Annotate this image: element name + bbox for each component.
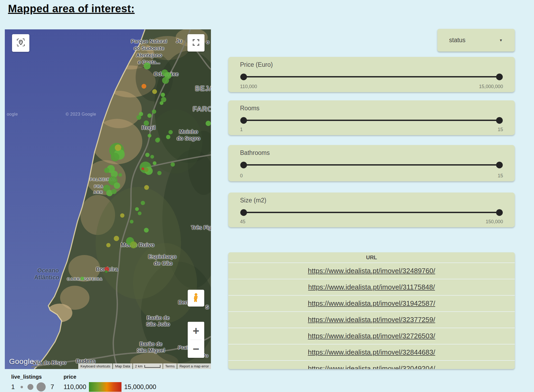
listing-marker[interactable] xyxy=(145,153,150,157)
rooms-slider-track[interactable] xyxy=(244,120,500,121)
listing-link[interactable]: https://www.idealista.pt/imovel/32377259… xyxy=(308,316,435,324)
size-slider-max-handle[interactable] xyxy=(496,209,503,216)
size-slider-label: Size (m2) xyxy=(240,197,266,204)
price-slider-min-handle[interactable] xyxy=(240,73,247,80)
rooms-max-value: 15 xyxy=(498,127,503,132)
listing-marker[interactable] xyxy=(135,207,139,211)
listing-marker[interactable] xyxy=(152,109,156,114)
price-min-value: 110,000 xyxy=(240,84,257,89)
listing-marker[interactable] xyxy=(206,121,211,126)
size-legend-min: 1 xyxy=(11,383,15,391)
listing-marker[interactable] xyxy=(161,93,165,97)
bathrooms-slider-max-handle[interactable] xyxy=(496,162,503,168)
listing-marker[interactable] xyxy=(152,89,157,94)
listing-markers-layer xyxy=(5,29,211,369)
url-table-header: URL xyxy=(228,252,515,262)
url-table-row: https://www.idealista.pt/imovel/32377259… xyxy=(228,311,515,328)
listing-marker[interactable] xyxy=(160,101,163,105)
size-legend-max: 7 xyxy=(50,383,54,391)
scale-bar: 2 km xyxy=(133,363,163,369)
listing-marker[interactable] xyxy=(111,189,117,194)
listing-marker[interactable] xyxy=(142,84,146,89)
listing-marker[interactable] xyxy=(114,182,120,189)
map-footer: Keyboard shortcutsMap Data2 kmTermsRepor… xyxy=(78,363,211,369)
listing-marker[interactable] xyxy=(147,113,152,118)
listing-marker[interactable] xyxy=(144,168,148,172)
scale-bracket xyxy=(144,365,160,368)
size-legend-title: live_listings xyxy=(11,374,42,380)
listing-marker[interactable] xyxy=(138,211,142,215)
url-table-row: https://www.idealista.pt/imovel/31175848… xyxy=(228,279,515,295)
listing-marker[interactable] xyxy=(106,243,111,247)
size-legend-dot-small xyxy=(21,386,23,388)
listing-marker[interactable] xyxy=(120,213,124,218)
keyboard-shortcuts-button[interactable]: Keyboard shortcuts xyxy=(78,363,112,369)
listing-link[interactable]: https://www.idealista.pt/imovel/32049204… xyxy=(308,364,435,369)
url-table-row: https://www.idealista.pt/imovel/31942587… xyxy=(228,295,515,311)
status-dropdown[interactable]: status ▾ xyxy=(437,29,515,52)
listing-marker[interactable] xyxy=(153,161,156,165)
map-data-label[interactable]: Map Data xyxy=(113,363,132,369)
price-legend-title: price xyxy=(64,374,76,380)
size-slider-min-handle[interactable] xyxy=(240,209,247,216)
listing-marker[interactable] xyxy=(111,153,119,161)
google-logo[interactable]: Google xyxy=(9,357,34,366)
price-gradient-bar xyxy=(89,382,121,392)
report-map-error-link[interactable]: Report a map error xyxy=(177,363,211,369)
url-table-row: https://www.idealista.pt/imovel/32489760… xyxy=(228,262,515,279)
focus-area-button[interactable] xyxy=(12,34,29,52)
listing-link[interactable]: https://www.idealista.pt/imovel/31175848… xyxy=(308,283,435,291)
listing-marker[interactable] xyxy=(105,270,108,273)
dashboard: Mapped area of interest: xyxy=(0,0,534,392)
listing-marker[interactable] xyxy=(136,115,141,120)
listing-marker[interactable] xyxy=(144,62,151,69)
status-dropdown-label: status xyxy=(449,37,500,44)
fullscreen-icon xyxy=(191,38,201,48)
bathrooms-min-value: 0 xyxy=(240,173,243,179)
listing-marker[interactable] xyxy=(144,120,149,126)
listing-marker[interactable] xyxy=(168,130,173,134)
listing-marker[interactable] xyxy=(155,138,160,143)
listing-marker[interactable] xyxy=(171,162,175,167)
rooms-slider-min-handle[interactable] xyxy=(240,117,247,124)
listing-marker[interactable] xyxy=(141,201,145,205)
size-slider-track[interactable] xyxy=(244,212,500,213)
price-slider-max-handle[interactable] xyxy=(496,73,503,80)
bathrooms-slider-track[interactable] xyxy=(244,164,500,166)
listing-link[interactable]: https://www.idealista.pt/imovel/32726503… xyxy=(308,332,435,340)
listing-marker[interactable] xyxy=(148,134,151,138)
listing-marker[interactable] xyxy=(150,155,154,159)
listing-marker[interactable] xyxy=(166,135,170,139)
listing-link[interactable]: https://www.idealista.pt/imovel/32489760… xyxy=(308,267,435,275)
zoom-in-button[interactable]: + xyxy=(188,322,204,340)
size-legend: 1 7 xyxy=(11,382,54,392)
listing-marker[interactable] xyxy=(118,173,122,177)
listing-marker[interactable] xyxy=(80,277,84,280)
size-max-value: 150,000 xyxy=(486,219,503,225)
listing-marker[interactable] xyxy=(157,171,162,175)
listing-marker[interactable] xyxy=(144,185,149,190)
listing-marker[interactable] xyxy=(144,228,149,233)
bathrooms-slider-min-handle[interactable] xyxy=(240,162,247,168)
url-table-row: https://www.idealista.pt/imovel/32844683… xyxy=(228,344,515,360)
map[interactable]: Parque Naturaldo SudoesteAlentejanoe Cos… xyxy=(5,29,211,369)
listing-link[interactable]: https://www.idealista.pt/imovel/31942587… xyxy=(308,299,435,308)
fullscreen-button[interactable] xyxy=(187,34,205,52)
price-legend: 110,000 15,000,000 xyxy=(64,382,156,392)
listing-marker[interactable] xyxy=(162,77,169,84)
listing-marker[interactable] xyxy=(130,241,137,248)
terms-link[interactable]: Terms xyxy=(163,363,177,369)
listing-marker[interactable] xyxy=(114,236,119,241)
listing-marker[interactable] xyxy=(104,168,109,173)
listing-marker[interactable] xyxy=(130,220,134,224)
rooms-slider-max-handle[interactable] xyxy=(496,117,503,124)
url-table: URL https://www.idealista.pt/imovel/3248… xyxy=(228,252,515,369)
listing-marker[interactable] xyxy=(142,167,144,170)
url-table-body: https://www.idealista.pt/imovel/32489760… xyxy=(228,262,515,369)
zoom-out-button[interactable]: − xyxy=(188,340,204,358)
price-slider-track[interactable] xyxy=(244,76,500,77)
pegman-button[interactable] xyxy=(188,290,204,307)
size-min-value: 45 xyxy=(240,219,245,225)
listing-link[interactable]: https://www.idealista.pt/imovel/32844683… xyxy=(308,348,435,356)
listing-marker[interactable] xyxy=(115,144,121,151)
